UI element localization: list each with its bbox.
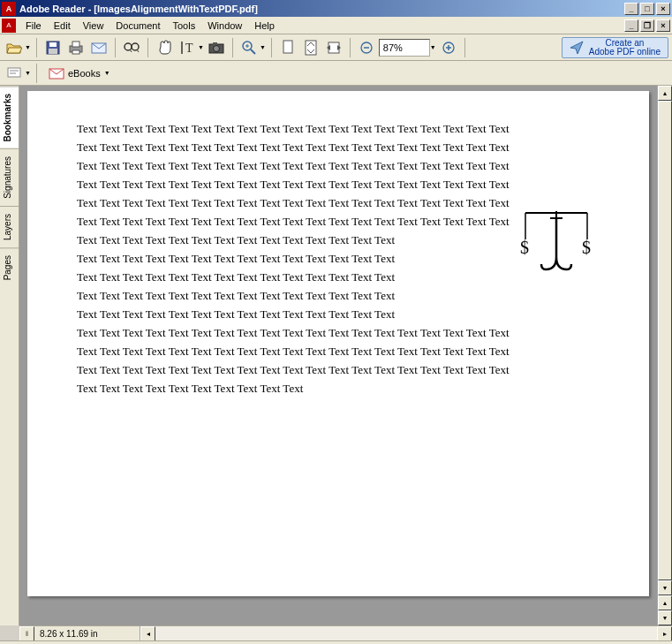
svg-text:T: T (185, 42, 193, 55)
open-dropdown-icon[interactable]: ▼ (25, 44, 31, 50)
svg-text:$: $ (520, 238, 529, 257)
sidebar-tab-pages[interactable]: Pages (0, 247, 19, 287)
svg-rect-20 (283, 41, 292, 53)
select-dropdown-icon[interactable]: ▼ (198, 44, 204, 50)
sidebar-tab-signatures[interactable]: Signatures (0, 148, 19, 206)
pdf-page: Text Text Text Text Text Text Text Text … (27, 91, 649, 596)
zoom-in2-button[interactable] (438, 37, 459, 58)
scroll-up-button[interactable]: ▴ (658, 86, 672, 101)
window-title: Adobe Reader - [ImagesAlignmentWithTextP… (19, 4, 624, 14)
secondary-toolbar: ▼ eBooks ▼ (0, 61, 672, 86)
fit-page-button[interactable] (300, 37, 321, 58)
sidebar-tab-bookmarks[interactable]: Bookmarks (0, 86, 19, 148)
svg-rect-4 (72, 42, 79, 47)
print-button[interactable] (65, 37, 87, 58)
hscroll-left-button[interactable]: ◂ (140, 626, 155, 641)
menu-bar: A File Edit View Document Tools Window H… (0, 17, 672, 34)
svg-rect-5 (72, 50, 79, 54)
snapshot-button[interactable] (206, 37, 227, 58)
scroll-down-button[interactable]: ▾ (658, 580, 672, 595)
title-bar: A Adobe Reader - [ImagesAlignmentWithTex… (0, 0, 672, 17)
scroll-thumb[interactable] (658, 101, 672, 580)
menu-file[interactable]: File (19, 19, 48, 33)
svg-point-8 (132, 43, 139, 50)
doc-restore-button[interactable]: ❐ (640, 19, 654, 32)
scales-figure: $ $ (508, 206, 605, 277)
horizontal-scroll-row: ⦀ 8.26 x 11.69 in ◂ ▸ (19, 625, 672, 640)
hscroll-handle-left[interactable]: ⦀ (19, 626, 34, 641)
email-button[interactable] (88, 37, 109, 58)
ebooks-button[interactable]: eBooks ▼ (42, 64, 117, 83)
navigation-sidebar: Bookmarks Signatures Layers Pages (0, 86, 19, 625)
svg-text:$: $ (582, 238, 591, 257)
zoom-dropdown-icon[interactable]: ▼ (260, 44, 266, 50)
svg-rect-28 (8, 68, 20, 77)
search-button[interactable] (121, 37, 142, 58)
content-area: Bookmarks Signatures Layers Pages Text T… (0, 86, 672, 625)
menu-window[interactable]: Window (201, 19, 248, 33)
svg-rect-1 (49, 42, 57, 47)
app-icon: A (2, 2, 16, 16)
create-pdf-online-button[interactable]: Create anAdobe PDF online (562, 37, 668, 58)
doc-minimize-button[interactable]: _ (624, 19, 638, 32)
menu-view[interactable]: View (77, 19, 110, 33)
svg-line-17 (251, 49, 255, 54)
zoom-in-button[interactable] (238, 37, 260, 58)
save-button[interactable] (42, 37, 64, 58)
zoom-out-button[interactable] (356, 37, 377, 58)
page-up-button[interactable]: ▴ (658, 595, 672, 610)
menu-document[interactable]: Document (109, 19, 166, 33)
fit-width-button[interactable] (323, 37, 344, 58)
hand-tool-button[interactable] (154, 37, 175, 58)
svg-rect-2 (49, 49, 57, 54)
ebooks-dropdown-icon: ▼ (104, 70, 110, 76)
menu-edit[interactable]: Edit (48, 19, 77, 33)
maximize-button[interactable]: □ (640, 3, 654, 15)
page-dimensions: 8.26 x 11.69 in (34, 626, 140, 640)
ebooks-label: eBooks (68, 68, 101, 79)
doc-close-button[interactable]: × (656, 19, 670, 32)
menu-help[interactable]: Help (248, 19, 281, 33)
close-button[interactable]: × (656, 3, 670, 15)
main-toolbar: ▼ T ▼ ▼ ▼ Create anAdobe PDF online (0, 34, 672, 61)
open-button[interactable] (4, 37, 25, 58)
status-bar: |◀ ◀ of 1 ▶ ▶| (0, 640, 672, 644)
svg-point-7 (125, 43, 132, 50)
hscroll-track[interactable] (155, 626, 657, 640)
sidebar-tab-layers[interactable]: Layers (0, 206, 19, 247)
svg-rect-15 (213, 42, 217, 45)
document-viewport: Text Text Text Text Text Text Text Text … (19, 86, 672, 625)
document-scroll[interactable]: Text Text Text Text Text Text Text Text … (19, 86, 657, 625)
actual-size-button[interactable] (277, 37, 298, 58)
hscroll-right-button[interactable]: ▸ (657, 626, 672, 641)
zoom-input[interactable] (379, 39, 430, 57)
select-text-button[interactable]: T (177, 37, 198, 58)
ebooks-icon (49, 67, 64, 80)
svg-point-14 (213, 45, 219, 51)
review-dropdown-icon[interactable]: ▼ (25, 70, 31, 76)
review-button[interactable] (4, 63, 25, 84)
page-down-button[interactable]: ▾ (658, 610, 672, 625)
doc-icon: A (2, 19, 16, 33)
minimize-button[interactable]: _ (624, 3, 638, 15)
paper-plane-icon (570, 41, 584, 55)
zoom-value-dropdown-icon[interactable]: ▼ (430, 44, 436, 50)
vertical-scrollbar[interactable]: ▴ ▾ ▴ ▾ (657, 86, 672, 625)
menu-tools[interactable]: Tools (167, 19, 202, 33)
